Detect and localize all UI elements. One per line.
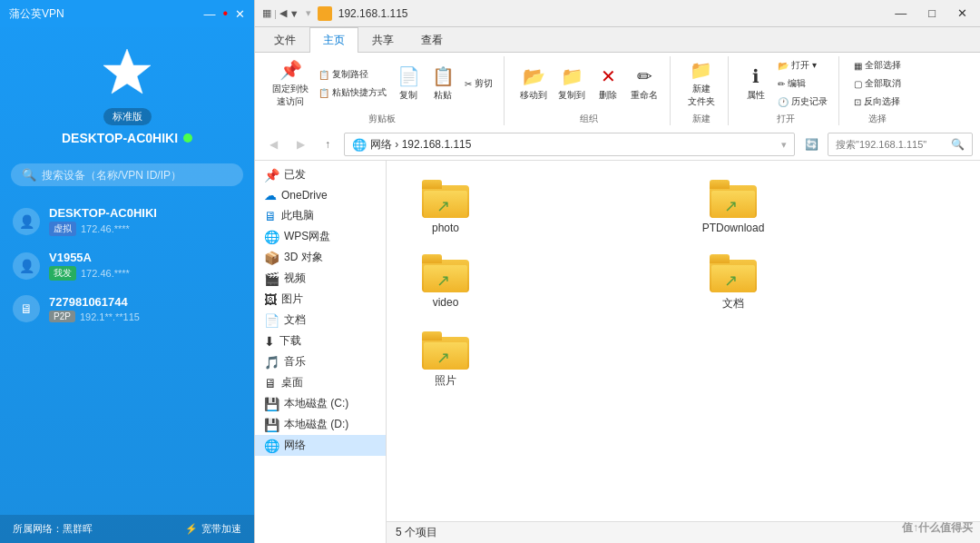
copy-btn[interactable]: 📄 复制 bbox=[392, 63, 425, 104]
folder-titlebar-icon bbox=[318, 6, 332, 21]
address-text: 网络 › 192.168.1.115 bbox=[370, 137, 778, 153]
file-item-photo[interactable]: ↗ photo bbox=[405, 174, 486, 240]
folder-icon-ptdownload: ↗ bbox=[710, 180, 757, 218]
history-btn[interactable]: 🕐 历史记录 bbox=[774, 94, 831, 110]
desktop-icon: 🖥 bbox=[264, 376, 277, 390]
sidebar-item-3d[interactable]: 📦 3D 对象 bbox=[255, 247, 386, 268]
sidebar-item-video[interactable]: 🎬 视频 bbox=[255, 268, 386, 289]
tab-file[interactable]: 文件 bbox=[260, 27, 309, 53]
sidebar-item-drive-c[interactable]: 💾 本地磁盘 (C:) bbox=[255, 393, 386, 414]
sidebar-item-music[interactable]: 🎵 音乐 bbox=[255, 351, 386, 372]
search-icon: 🔍 bbox=[22, 168, 36, 182]
vpn-close-btn[interactable]: ✕ bbox=[235, 7, 245, 21]
search-input[interactable] bbox=[836, 139, 947, 150]
sidebar-label-thispc: 此电脑 bbox=[281, 208, 314, 223]
edit-btn[interactable]: ✏ 编辑 bbox=[774, 75, 831, 92]
address-box[interactable]: 🌐 网络 › 192.168.1.115 ▾ bbox=[344, 133, 795, 156]
address-dropdown-icon[interactable]: ▾ bbox=[781, 139, 787, 151]
sidebar-item-onedrive[interactable]: ☁ OneDrive bbox=[255, 185, 386, 205]
vpn-device-item[interactable]: 🖥 727981061744 P2P 192.1**.**115 bbox=[0, 288, 254, 330]
cut-btn[interactable]: ✂ 剪切 bbox=[461, 75, 496, 92]
delete-btn[interactable]: ✕ 删除 bbox=[592, 63, 624, 104]
folder-icon-photos: ↗ bbox=[422, 331, 469, 370]
vpn-search-bar[interactable]: 🔍 bbox=[11, 163, 243, 186]
sidebar-label-docs: 文档 bbox=[284, 312, 306, 328]
thispc-icon: 🖥 bbox=[264, 209, 277, 223]
vpn-device-item[interactable]: 👤 V1955A 我发 172.46.**** bbox=[0, 243, 254, 288]
sidebar-item-desktop[interactable]: 🖥 桌面 bbox=[255, 372, 386, 393]
invert-icon: ⊡ bbox=[854, 97, 861, 107]
status-bar: 5 个项目 bbox=[387, 521, 980, 543]
vpn-device-item[interactable]: 👤 DESKTOP-AC0HIKI 虚拟 172.46.**** bbox=[0, 199, 254, 243]
ribbon-group-open: ℹ 属性 📂 打开 ▾ ✏ 编辑 🕐 历史记录 bbox=[732, 56, 839, 125]
ribbon-tabs: 文件 主页 共享 查看 bbox=[255, 27, 980, 53]
properties-btn[interactable]: ℹ 属性 bbox=[740, 63, 772, 104]
titlebar-controls: — □ ✕ bbox=[889, 5, 973, 22]
file-name-photos: 照片 bbox=[435, 373, 456, 389]
3d-icon: 📦 bbox=[264, 251, 279, 265]
sidebar-item-drive-d[interactable]: 💾 本地磁盘 (D:) bbox=[255, 414, 386, 435]
svg-marker-0 bbox=[103, 49, 151, 94]
vpn-panel: 蒲公英VPN — • ✕ 标准版 DESKTOP-AC0HIKI 🔍 👤 DES… bbox=[0, 0, 254, 543]
device-ip-1: 172.46.**** bbox=[81, 268, 130, 279]
paste-shortcut-icon: 📋 bbox=[318, 88, 329, 98]
file-item-photos[interactable]: ↗ 照片 bbox=[405, 326, 486, 394]
tab-home[interactable]: 主页 bbox=[309, 27, 358, 53]
close-btn[interactable]: ✕ bbox=[952, 5, 973, 22]
file-item-ptdownload[interactable]: ↗ PTDownload bbox=[692, 174, 774, 240]
minimize-btn[interactable]: — bbox=[889, 5, 912, 22]
separator1: | bbox=[274, 8, 277, 19]
forward-arrow-icon[interactable]: ▼ bbox=[289, 8, 299, 19]
up-btn[interactable]: ↑ bbox=[317, 133, 338, 155]
sidebar-item-pictures[interactable]: 🖼 图片 bbox=[255, 289, 386, 310]
device-ip-0: 172.46.**** bbox=[81, 223, 130, 234]
select-all-icon: ▦ bbox=[854, 61, 862, 71]
search-glass-icon: 🔍 bbox=[951, 138, 965, 151]
paste-btn[interactable]: 📋 粘贴 bbox=[426, 63, 459, 104]
toolbar-icon: ▦ bbox=[262, 7, 271, 19]
copy-path-btn[interactable]: 📋 复制路径 bbox=[315, 66, 390, 83]
copy-icon: 📄 bbox=[397, 65, 420, 87]
device-info-1: V1955A 我发 172.46.**** bbox=[49, 251, 241, 281]
select-all-btn[interactable]: ▦ 全部选择 bbox=[850, 57, 905, 74]
vpn-minimize-btn[interactable]: — bbox=[203, 7, 215, 21]
move-to-btn[interactable]: 📂 移动到 bbox=[515, 63, 552, 104]
vpn-search-input[interactable] bbox=[42, 169, 232, 182]
invert-select-btn[interactable]: ⊡ 反向选择 bbox=[850, 94, 905, 110]
search-box[interactable]: 🔍 bbox=[828, 133, 973, 156]
select-items: ▦ 全部选择 ▢ 全部取消 ⊡ 反向选择 bbox=[850, 56, 905, 111]
sidebar-item-recent[interactable]: 📌 已发 bbox=[255, 164, 386, 185]
open-btn[interactable]: 📂 打开 ▾ bbox=[774, 57, 831, 74]
device-tag-0: 虚拟 bbox=[49, 222, 76, 236]
back-btn[interactable]: ◀ bbox=[262, 133, 284, 155]
files-area: ↗ photo ↗ PTDownload bbox=[387, 161, 980, 521]
sidebar-label-network: 网络 bbox=[284, 438, 306, 453]
open-items: ℹ 属性 📂 打开 ▾ ✏ 编辑 🕐 历史记录 bbox=[740, 56, 831, 111]
forward-btn[interactable]: ▶ bbox=[289, 133, 311, 155]
sidebar-item-docs[interactable]: 📄 文档 bbox=[255, 310, 386, 331]
paste-shortcut-btn[interactable]: 📋 粘贴快捷方式 bbox=[315, 84, 390, 101]
sidebar-item-downloads[interactable]: ⬇ 下载 bbox=[255, 331, 386, 351]
copy-to-icon: 📁 bbox=[561, 65, 583, 87]
sidebar-item-network[interactable]: 🌐 网络 bbox=[255, 435, 386, 456]
empty-cell-2 bbox=[837, 174, 918, 240]
tab-share[interactable]: 共享 bbox=[358, 27, 407, 53]
new-folder-btn[interactable]: 📁 新建 文件夹 bbox=[683, 56, 720, 111]
sidebar-label-pictures: 图片 bbox=[281, 291, 303, 307]
sidebar-item-thispc[interactable]: 🖥 此电脑 bbox=[255, 205, 386, 226]
vpn-speed-btn[interactable]: ⚡ 宽带加速 bbox=[185, 522, 241, 536]
sidebar-item-wpsdisk[interactable]: 🌐 WPS网盘 bbox=[255, 226, 386, 247]
refresh-btn[interactable]: 🔄 bbox=[800, 133, 822, 155]
device-ip-2: 192.1**.**115 bbox=[80, 311, 140, 322]
maximize-btn[interactable]: □ bbox=[923, 5, 941, 22]
pin-quick-access-btn[interactable]: 📌 固定到快 速访问 bbox=[268, 56, 313, 111]
deselect-all-btn[interactable]: ▢ 全部取消 bbox=[850, 75, 905, 92]
copy-to-btn[interactable]: 📁 复制到 bbox=[554, 63, 590, 104]
clipboard-items: 📌 固定到快 速访问 📋 复制路径 📋 粘贴快捷方式 📄 bbox=[268, 56, 496, 111]
file-item-video[interactable]: ↗ video bbox=[405, 249, 486, 317]
file-item-docs[interactable]: ↗ 文档 bbox=[692, 249, 774, 317]
tab-view[interactable]: 查看 bbox=[407, 27, 456, 53]
sidebar-label-3d: 3D 对象 bbox=[284, 250, 323, 265]
back-arrow-icon[interactable]: ◀ bbox=[279, 7, 287, 19]
rename-btn[interactable]: ✏ 重命名 bbox=[626, 63, 662, 104]
